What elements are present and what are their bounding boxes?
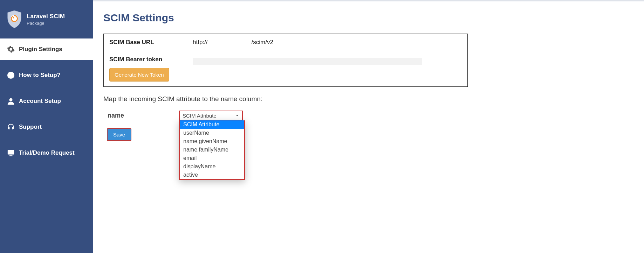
svg-rect-5 (8, 150, 14, 155)
sidebar-item-label: Support (19, 124, 42, 131)
bearer-token-redacted (193, 58, 422, 65)
row-bearer-token: SCIM Bearer token Generate New Token (104, 51, 468, 87)
base-url-value: http:///scim/v2 (187, 34, 468, 51)
save-button[interactable]: Save (107, 128, 131, 141)
sidebar-item-account-setup[interactable]: Account Setup (0, 90, 93, 112)
attribute-select-box[interactable]: SCIM Attribute (179, 111, 243, 120)
map-field-label: name (103, 111, 179, 119)
shield-logo-icon (6, 10, 22, 29)
svg-rect-6 (10, 155, 12, 156)
map-description: Map the incoming SCIM attribute to the n… (103, 95, 630, 103)
attribute-option[interactable]: displayName (180, 162, 244, 171)
user-icon (6, 97, 15, 106)
sidebar-item-support[interactable]: Support (0, 116, 93, 138)
generate-token-button[interactable]: Generate New Token (109, 68, 169, 82)
gear-icon (6, 45, 15, 54)
attribute-option[interactable]: active (180, 171, 244, 179)
base-url-prefix: http:// (193, 39, 208, 45)
bearer-label: SCIM Bearer token (109, 56, 181, 63)
svg-rect-2 (11, 75, 11, 77)
sidebar-item-label: Plugin Settings (19, 46, 62, 53)
attribute-select-value: SCIM Attribute (183, 113, 217, 119)
info-icon (6, 71, 15, 80)
svg-rect-7 (9, 155, 12, 156)
chevron-down-icon (235, 113, 239, 119)
sidebar-nav: Plugin Settings How to Setup? Account Se… (0, 38, 93, 164)
brand-subtitle: Package (27, 21, 65, 26)
attribute-select: SCIM Attribute SCIM Attribute userName n… (179, 111, 243, 120)
attribute-dropdown: SCIM Attribute userName name.givenName n… (179, 120, 245, 180)
attribute-option[interactable]: name.givenName (180, 137, 244, 146)
sidebar-item-label: How to Setup? (19, 72, 61, 79)
monitor-icon (6, 148, 15, 157)
page-title: SCIM Settings (103, 12, 630, 24)
attribute-option[interactable]: SCIM Attribute (180, 120, 244, 129)
brand: Laravel SCIM Package (0, 0, 93, 38)
sidebar-item-trial-demo[interactable]: Trial/Demo Request (0, 142, 93, 164)
base-url-host-redacted (208, 39, 252, 44)
sidebar: Laravel SCIM Package Plugin Settings How… (0, 0, 93, 253)
attribute-option[interactable]: email (180, 154, 244, 162)
headset-icon (6, 122, 15, 132)
bearer-value-cell (187, 51, 468, 87)
base-url-label: SCIM Base URL (104, 34, 187, 51)
svg-rect-3 (11, 73, 11, 74)
bearer-cell: SCIM Bearer token Generate New Token (104, 51, 187, 87)
sidebar-item-label: Account Setup (19, 98, 61, 105)
attribute-option[interactable]: name.familyName (180, 146, 244, 154)
attribute-option[interactable]: userName (180, 129, 244, 137)
sidebar-item-how-to-setup[interactable]: How to Setup? (0, 64, 93, 86)
sidebar-item-label: Trial/Demo Request (19, 149, 75, 156)
config-table: SCIM Base URL http:///scim/v2 SCIM Beare… (103, 34, 468, 87)
sidebar-item-plugin-settings[interactable]: Plugin Settings (0, 38, 93, 60)
svg-point-4 (9, 98, 12, 101)
main-content: SCIM Settings SCIM Base URL http:///scim… (93, 0, 644, 253)
brand-title: Laravel SCIM (27, 13, 65, 20)
row-base-url: SCIM Base URL http:///scim/v2 (104, 34, 468, 51)
map-row: name SCIM Attribute SCIM Attribute userN… (103, 111, 630, 120)
base-url-suffix: /scim/v2 (252, 39, 273, 45)
